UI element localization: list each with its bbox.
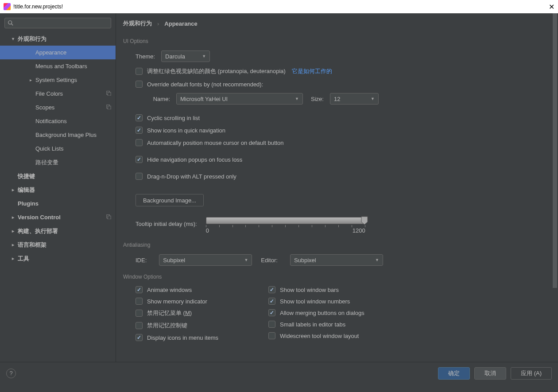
window-option-checkbox[interactable] xyxy=(268,298,275,305)
chevron-icon: ▸ xyxy=(10,242,16,247)
window-option-checkbox[interactable] xyxy=(268,321,275,328)
window-option-label: Show tool window numbers xyxy=(280,298,350,305)
window-option-checkbox[interactable] xyxy=(136,310,143,317)
ok-button[interactable]: 确定 xyxy=(438,367,470,380)
chevron-icon: ▸ xyxy=(10,215,16,220)
sidebar-item-label: 构建、执行部署 xyxy=(18,227,58,235)
search-input[interactable] xyxy=(4,18,111,28)
close-icon[interactable]: ✕ xyxy=(549,3,554,11)
font-name-combo[interactable]: Microsoft YaHei UI ▼ xyxy=(176,93,303,105)
window-option-checkbox[interactable] xyxy=(136,334,143,341)
sidebar-item-label: Background Image Plus xyxy=(35,132,97,138)
color-deficiency-checkbox[interactable] xyxy=(136,68,143,75)
breadcrumb-root[interactable]: 外观和行为 xyxy=(123,19,152,27)
sidebar-item-label: File Colors xyxy=(35,90,63,97)
tooltip-min: 0 xyxy=(206,227,209,234)
font-size-combo[interactable]: 12 ▼ xyxy=(330,93,379,105)
sidebar-item[interactable]: ▸语言和框架 xyxy=(0,238,116,252)
font-size-label: Size: xyxy=(311,96,324,102)
show-icons-checkbox[interactable] xyxy=(136,127,143,134)
window-option-checkbox[interactable] xyxy=(136,322,143,329)
dnd-alt-checkbox[interactable] xyxy=(136,173,143,180)
aa-editor-label: Editor: xyxy=(261,257,278,264)
sidebar-item-label: 外观和行为 xyxy=(18,35,46,43)
footer: ? 确定 取消 应用 (A) xyxy=(0,362,558,384)
sidebar-item[interactable]: Notifications xyxy=(0,114,116,128)
sidebar-item-label: 快捷键 xyxy=(18,172,35,180)
copy-icon xyxy=(106,104,111,111)
color-deficiency-label: 调整红绿色视觉缺陷的颜色 (protanopia, deuteranopia) xyxy=(147,67,286,75)
aa-editor-combo[interactable]: Subpixel ▼ xyxy=(290,254,383,266)
vertical-scrollbar[interactable] xyxy=(552,13,558,362)
chevron-icon: ▸ xyxy=(10,229,16,233)
font-size-value: 12 xyxy=(334,96,340,102)
sidebar-item[interactable]: ▸Version Control xyxy=(0,210,116,224)
window-option-checkbox[interactable] xyxy=(268,332,275,339)
background-image-button[interactable]: Background Image... xyxy=(136,194,204,206)
window-option-label: Animate windows xyxy=(147,287,192,293)
svg-point-0 xyxy=(8,21,12,24)
chevron-icon: ▸ xyxy=(27,78,34,82)
theme-label: Theme: xyxy=(136,53,155,60)
window-option-label: 禁用记忆控制键 xyxy=(147,322,187,330)
window-option-label: 禁用记忆菜单 (M) xyxy=(147,309,192,317)
slider-thumb-icon[interactable] xyxy=(360,216,368,225)
sidebar-item-label: Menus and Toolbars xyxy=(35,63,87,70)
theme-combo[interactable]: Darcula ▼ xyxy=(161,50,210,62)
sidebar-item[interactable]: 快捷键 xyxy=(0,169,116,183)
cancel-button[interactable]: 取消 xyxy=(474,367,506,380)
window-option-label: Display icons in menu items xyxy=(147,334,218,341)
chevron-icon: ▸ xyxy=(10,187,16,192)
sidebar-item-label: 编辑器 xyxy=(18,186,35,194)
chevron-down-icon: ▼ xyxy=(375,258,379,262)
font-name-label: Name: xyxy=(147,96,170,102)
window-option-checkbox[interactable] xyxy=(136,286,143,293)
override-fonts-checkbox[interactable] xyxy=(136,81,143,88)
cyclic-scrolling-label: Cyclic scrolling in list xyxy=(147,115,200,121)
sidebar-item-label: 工具 xyxy=(18,255,29,263)
sidebar-item[interactable]: Background Image Plus xyxy=(0,128,116,142)
sidebar-item[interactable]: ▸编辑器 xyxy=(0,183,116,197)
sidebar-item-label: 路径变量 xyxy=(35,159,58,167)
aa-ide-combo[interactable]: Subpixel ▼ xyxy=(159,254,252,266)
sidebar-item[interactable]: Scopes xyxy=(0,101,116,114)
sidebar-item[interactable]: Quick Lists xyxy=(0,142,116,155)
chevron-right-icon: › xyxy=(157,20,159,27)
aa-editor-value: Subpixel xyxy=(294,257,316,264)
window-option-checkbox[interactable] xyxy=(268,309,275,316)
sidebar-item-label: Notifications xyxy=(35,118,67,124)
chevron-down-icon: ▼ xyxy=(244,258,248,262)
scrollbar-thumb[interactable] xyxy=(553,13,557,288)
sidebar-item[interactable]: 路径变量 xyxy=(0,155,116,169)
sidebar-item[interactable]: File Colors xyxy=(0,87,116,101)
section-window-options: Window Options xyxy=(123,274,551,280)
auto-cursor-checkbox[interactable] xyxy=(136,139,143,146)
chevron-down-icon: ▼ xyxy=(202,54,206,58)
sidebar-item[interactable]: ▾外观和行为 xyxy=(0,32,116,46)
how-it-works-link[interactable]: 它是如何工作的 xyxy=(292,67,332,75)
hide-popups-label: Hide navigation popups on focus loss xyxy=(147,156,242,163)
content-scroll[interactable]: UI Options Theme: Darcula ▼ 调整红绿色视觉缺陷的颜色… xyxy=(116,34,558,362)
window-option-label: Show tool window bars xyxy=(280,287,339,293)
sidebar-item[interactable]: Plugins xyxy=(0,197,116,210)
breadcrumb-leaf: Appearance xyxy=(164,20,197,27)
hide-popups-checkbox[interactable] xyxy=(136,156,143,163)
tooltip-delay-slider[interactable] xyxy=(206,217,365,224)
svg-rect-3 xyxy=(108,92,111,96)
cyclic-scrolling-checkbox[interactable] xyxy=(136,114,143,121)
chevron-icon: ▾ xyxy=(10,36,16,41)
sidebar-item-label: Version Control xyxy=(18,214,61,221)
aa-ide-label: IDE: xyxy=(136,257,147,264)
sidebar-item[interactable]: ▸构建、执行部署 xyxy=(0,224,116,238)
sidebar: ▾外观和行为AppearanceMenus and Toolbars▸Syste… xyxy=(0,13,116,362)
auto-cursor-label: Automatically position mouse cursor on d… xyxy=(147,140,284,146)
sidebar-item[interactable]: Appearance xyxy=(0,46,116,59)
window-option-checkbox[interactable] xyxy=(136,298,143,305)
sidebar-item[interactable]: ▸工具 xyxy=(0,252,116,265)
apply-button[interactable]: 应用 (A) xyxy=(511,367,552,380)
window-option-checkbox[interactable] xyxy=(268,286,275,293)
sidebar-item[interactable]: Menus and Toolbars xyxy=(0,59,116,73)
copy-icon xyxy=(106,214,111,221)
help-button[interactable]: ? xyxy=(6,369,16,378)
sidebar-item[interactable]: ▸System Settings xyxy=(0,73,116,87)
